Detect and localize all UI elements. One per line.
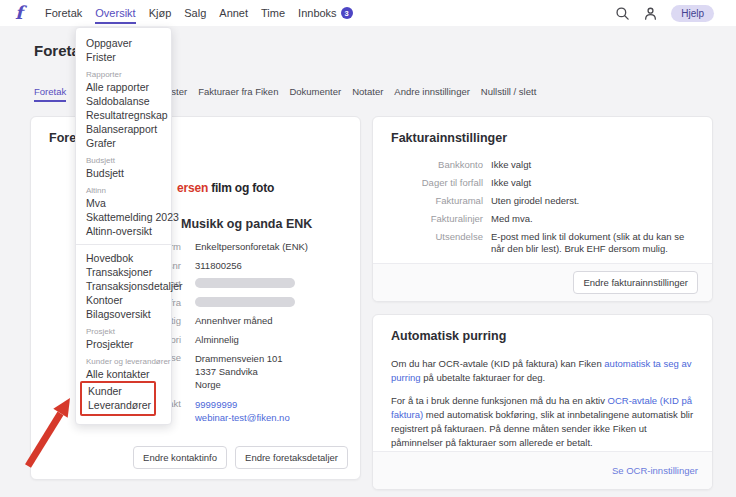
search-icon[interactable] (615, 6, 630, 21)
highlight-box-annotation: KunderLeverandører (80, 381, 156, 416)
setting-label-utsendelse: Utsendelse (391, 231, 483, 255)
invoice-setting-row: Dager til forfallIkke valgt (391, 177, 696, 189)
text-segment: For å ta i bruk denne funksjonen må du h… (391, 395, 608, 406)
field-value-text: Alminnelig (195, 334, 239, 345)
nav-item-foretak[interactable]: Foretak (45, 7, 82, 19)
help-button[interactable]: Hjelp (671, 5, 714, 22)
company-card-buttons: Endre kontaktinfoEndre foretaksdetaljer (133, 446, 348, 469)
menu-item-alle-rapporter[interactable]: Alle rapporter (86, 80, 161, 94)
tab-notater[interactable]: Notater (352, 86, 383, 102)
dunning-paragraphs: Om du har OCR-avtale (KID på faktura) ka… (391, 357, 696, 459)
svg-text:f: f (15, 3, 28, 23)
nav-item-label: Foretak (45, 7, 82, 19)
nav-item-label: Oversikt (95, 7, 135, 19)
field-value-i-fiken-fra (195, 297, 295, 309)
nav-item-annet[interactable]: Annet (219, 7, 248, 19)
field-value-text: Annenhver måned (195, 315, 273, 326)
pointer-arrow-annotation (14, 382, 86, 474)
menu-item-grafer[interactable]: Grafer (86, 136, 161, 150)
setting-value-utsendelse: E-post med link til dokument (slik at du… (491, 231, 696, 255)
setting-value-fakturamal: Uten girodel nederst. (491, 195, 696, 207)
menu-item-frister[interactable]: Frister (86, 50, 161, 64)
nav-item-oversikt[interactable]: Oversikt (95, 7, 135, 19)
user-icon[interactable] (643, 6, 658, 21)
setting-value-fakturalinjer: Med mva. (491, 213, 696, 225)
redacted-value (195, 297, 295, 307)
field-value-kontakt: 99999999webinar-test@fiken.no (195, 398, 290, 424)
menu-item-skattemelding-2023[interactable]: Skattemelding 2023 (86, 210, 161, 224)
endre-kontaktinfo-button[interactable]: Endre kontaktinfo (133, 446, 227, 469)
dropdown-section-rapporter: Rapporter (86, 69, 161, 80)
tab-andre-innstillinger[interactable]: Andre innstillinger (394, 86, 470, 102)
menu-item-transaksjoner[interactable]: Transaksjoner (86, 265, 161, 279)
menu-item-alle-kontakter[interactable]: Alle kontakter (86, 367, 161, 381)
field-value-organisasjonsnr: 311800256 (195, 260, 242, 272)
menu-item-altinn-oversikt[interactable]: Altinn-oversikt (86, 224, 161, 238)
edit-invoice-settings-button[interactable]: Endre fakturainnstillinger (573, 271, 698, 294)
topbar-actions: Hjelp (615, 5, 714, 22)
setting-value-bankkonto: Ikke valgt (491, 159, 696, 171)
dropdown-section-budsjett: Budsjett (86, 155, 161, 166)
company-logo-text-red: ersen (177, 181, 208, 195)
dunning-card-title: Automatisk purring (391, 329, 506, 343)
fiken-f-icon: f (14, 3, 31, 23)
menu-item-saldobalanse[interactable]: Saldobalanse (86, 94, 161, 108)
menu-item-transaksjonsdetaljer[interactable]: Transaksjonsdetaljer (86, 279, 161, 293)
field-value-selskapsform: Enkeltpersonforetak (ENK) (195, 241, 308, 253)
nav-item-kj-p[interactable]: Kjøp (149, 7, 172, 19)
text-segment: med automatisk bokføring, slik at innbet… (391, 409, 693, 448)
menu-item-kontoer[interactable]: Kontoer (86, 293, 161, 307)
tab-foretak[interactable]: Foretak (34, 86, 66, 102)
menu-item-mva[interactable]: Mva (86, 196, 161, 210)
fiken-logo[interactable]: f (14, 3, 31, 23)
company-logo-text: film og foto (208, 181, 274, 195)
dunning-paragraph: Om du har OCR-avtale (KID på faktura) ka… (391, 357, 696, 385)
dunning-card-footer: Se OCR-innstillinger (373, 451, 712, 489)
nav-item-salg[interactable]: Salg (184, 7, 206, 19)
tab-fakturaer-fra-fiken[interactable]: Fakturaer fra Fiken (198, 86, 278, 102)
company-logo: ersen film og foto (177, 181, 274, 195)
app-window: f ForetakOversiktKjøpSalgAnnetTimeInnbok… (0, 0, 736, 497)
field-value-etablert (195, 278, 295, 290)
field-value-line: Norge (195, 378, 283, 391)
tab-nullstill-slett[interactable]: Nullstill / slett (481, 86, 536, 102)
see-ocr-settings-link[interactable]: Se OCR-innstillinger (612, 465, 698, 476)
setting-label-fakturamal: Fakturamal (391, 195, 483, 207)
nav-item-label: Innboks (298, 7, 337, 19)
menu-item-hovedbok[interactable]: Hovedbok (86, 251, 161, 265)
redacted-value (195, 278, 295, 288)
menu-item-budsjett[interactable]: Budsjett (86, 166, 161, 180)
invoice-settings-card: Fakturainnstillinger BankkontoIkke valgt… (372, 116, 713, 302)
tab-dokumenter[interactable]: Dokumenter (289, 86, 341, 102)
menu-item-oppgaver[interactable]: Oppgaver (86, 36, 161, 50)
dunning-paragraph: For å ta i bruk denne funksjonen må du h… (391, 394, 696, 450)
nav-item-label: Kjøp (149, 7, 172, 19)
setting-label-dager-til-forfall: Dager til forfall (391, 177, 483, 189)
text-segment: Om du har OCR-avtale (KID på faktura) ka… (391, 358, 604, 369)
menu-item-leverand-rer[interactable]: Leverandører (88, 398, 154, 412)
field-value-text: 311800256 (195, 260, 242, 271)
contact-link[interactable]: webinar-test@fiken.no (195, 411, 290, 424)
menu-item-prosjekter[interactable]: Prosjekter (86, 337, 161, 351)
field-value-line: Drammensveien 101 (195, 352, 283, 365)
contact-link[interactable]: 99999999 (195, 398, 290, 411)
nav-item-innboks[interactable]: Innboks3 (298, 7, 353, 19)
dropdown-divider (76, 244, 171, 245)
nav-item-time[interactable]: Time (261, 7, 285, 19)
dropdown-section-altinn: Altinn (86, 185, 161, 196)
setting-value-dager-til-forfall: Ikke valgt (491, 177, 696, 189)
field-value-line: 1337 Sandvika (195, 365, 283, 378)
menu-item-resultatregnskap[interactable]: Resultatregnskap (86, 108, 161, 122)
invoice-card-title: Fakturainnstillinger (391, 131, 507, 145)
nav-item-label: Time (261, 7, 285, 19)
endre-foretaksdetaljer-button[interactable]: Endre foretaksdetaljer (235, 446, 348, 469)
field-value-kategori: Alminnelig (195, 334, 239, 346)
invoice-setting-row: UtsendelseE-post med link til dokument (… (391, 231, 696, 255)
field-value-mva-pliktig: Annenhver måned (195, 315, 273, 327)
setting-label-fakturalinjer: Fakturalinjer (391, 213, 483, 225)
menu-item-kunder[interactable]: Kunder (88, 384, 154, 398)
menu-item-balanserapport[interactable]: Balanserapport (86, 122, 161, 136)
main-nav: ForetakOversiktKjøpSalgAnnetTimeInnboks3 (45, 7, 353, 19)
nav-item-label: Annet (219, 7, 248, 19)
menu-item-bilagsoversikt[interactable]: Bilagsoversikt (86, 307, 161, 321)
